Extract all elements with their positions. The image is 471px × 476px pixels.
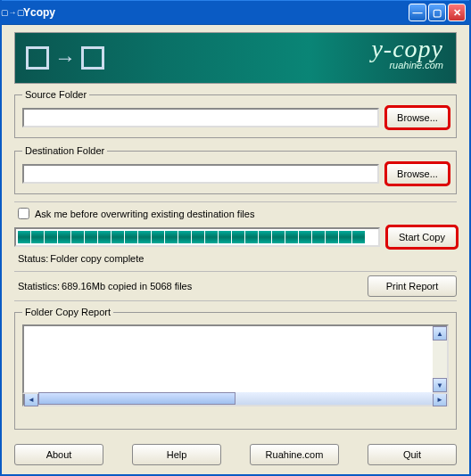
source-folder-legend: Source Folder [22, 89, 89, 100]
destination-folder-legend: Destination Folder [22, 145, 107, 156]
separator [14, 300, 457, 301]
destination-browse-button[interactable]: Browse... [386, 163, 449, 185]
overwrite-ask-checkbox[interactable] [18, 208, 29, 219]
scroll-down-icon[interactable]: ▼ [433, 378, 447, 392]
report-group: Folder Copy Report ▲ ▼ ◄ ► [14, 307, 457, 430]
scroll-left-icon[interactable]: ◄ [24, 392, 38, 406]
maximize-button[interactable]: ▢ [428, 4, 446, 21]
source-browse-button[interactable]: Browse... [386, 107, 449, 128]
horizontal-scrollbar[interactable]: ◄ ► [22, 392, 449, 406]
overwrite-ask-label: Ask me before overwriting existing desti… [35, 209, 254, 219]
close-button[interactable]: ✕ [448, 4, 466, 21]
app-icon: ▢→▢ [5, 5, 20, 20]
destination-folder-group: Destination Folder Browse... [14, 145, 457, 194]
scroll-up-icon[interactable]: ▲ [433, 326, 447, 341]
status-prefix: Status: [18, 253, 48, 264]
scroll-right-icon[interactable]: ► [433, 392, 447, 406]
separator [14, 271, 457, 272]
separator [14, 201, 457, 202]
source-folder-input[interactable] [22, 108, 379, 127]
help-button[interactable]: Help [132, 444, 221, 465]
titlebar[interactable]: ▢→▢ Ycopy — ▢ ✕ [2, 0, 469, 25]
app-window: ▢→▢ Ycopy — ▢ ✕ → y-copy ruahine.com Sou… [0, 0, 471, 476]
vertical-scrollbar[interactable]: ▲ ▼ [433, 326, 447, 392]
banner-logo-icon: → [26, 45, 104, 70]
destination-folder-input[interactable] [22, 164, 379, 184]
minimize-button[interactable]: — [409, 4, 426, 21]
window-title: Ycopy [23, 6, 407, 19]
report-textarea[interactable]: ▲ ▼ [22, 324, 449, 394]
footer-buttons: About Help Ruahine.com Quit [2, 439, 469, 474]
report-legend: Folder Copy Report [22, 307, 113, 317]
start-copy-button[interactable]: Start Copy [387, 226, 457, 248]
statistics-prefix: Statistics: [18, 281, 60, 291]
about-button[interactable]: About [14, 444, 103, 465]
site-button[interactable]: Ruahine.com [250, 444, 339, 465]
status-text: Folder copy complete [50, 253, 144, 264]
statistics-text: 689.16Mb copied in 5068 files [62, 281, 192, 291]
progress-bar [14, 227, 380, 247]
print-report-button[interactable]: Print Report [368, 275, 457, 297]
header-banner: → y-copy ruahine.com [14, 32, 457, 84]
source-folder-group: Source Folder Browse... [14, 89, 457, 138]
quit-button[interactable]: Quit [368, 444, 457, 465]
